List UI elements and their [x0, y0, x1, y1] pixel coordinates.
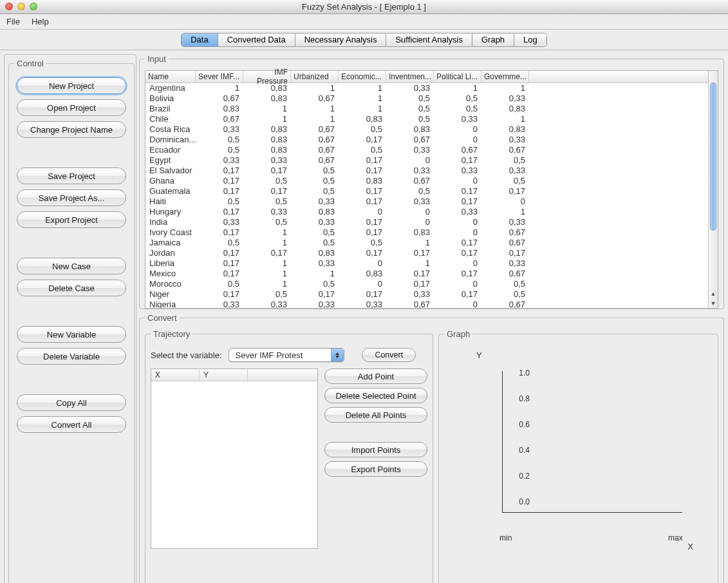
row-value: 0,5	[386, 186, 434, 196]
row-value: 0,67	[386, 300, 434, 308]
table-row[interactable]: Bolivia0,670,830,6710,50,50,33	[145, 93, 718, 104]
points-table[interactable]: X Y	[151, 368, 318, 549]
column-header[interactable]: IMF Pressure	[243, 71, 291, 82]
column-header[interactable]: Political Li...	[434, 71, 481, 82]
row-value: 0,17	[196, 176, 243, 186]
row-value: 0,5	[386, 93, 434, 104]
tab-log[interactable]: Log	[514, 33, 546, 46]
row-value: 0,33	[481, 217, 529, 227]
table-row[interactable]: El Salvador0,170,170,50,170,330,330,33	[145, 166, 718, 176]
table-row[interactable]: Ghana0,170,50,50,830,6700,5	[145, 176, 718, 186]
row-value: 0,5	[243, 176, 291, 186]
table-row[interactable]: Niger0,170,50,170,170,330,170,5	[145, 289, 718, 300]
new-case-button[interactable]: New Case	[17, 258, 126, 274]
delete-all-points-button[interactable]: Delete All Points	[324, 407, 427, 423]
row-value: 0,83	[386, 124, 434, 135]
column-header[interactable]: Urbanized	[291, 71, 339, 82]
table-row[interactable]: Haiti0,50,50,330,170,330,170	[145, 196, 718, 207]
control-panel: Control New Project Open Project Change …	[4, 54, 136, 583]
row-value: 0,17	[434, 186, 481, 196]
tab-converted-data[interactable]: Converted Data	[218, 33, 295, 46]
row-value: 0,33	[291, 217, 339, 227]
row-name: Hungary	[145, 207, 196, 217]
row-value: 0,83	[196, 104, 243, 114]
add-point-button[interactable]: Add Point	[324, 368, 427, 384]
row-value: 0,5	[243, 217, 291, 227]
row-value: 0,5	[291, 166, 339, 176]
delete-case-button[interactable]: Delete Case	[17, 280, 126, 296]
menu-file[interactable]: File	[6, 17, 20, 26]
row-value: 0,83	[339, 176, 386, 186]
right-panels: Input NameSever IMF...IMF PressureUrbani…	[139, 54, 724, 583]
graph-axes	[502, 371, 682, 513]
table-row[interactable]: Liberia0,1710,330100,33	[145, 258, 718, 269]
row-value: 0,17	[386, 269, 434, 279]
row-value: 0,67	[291, 135, 339, 145]
import-points-button[interactable]: Import Points	[324, 442, 427, 457]
tab-graph[interactable]: Graph	[472, 33, 514, 46]
tab-data[interactable]: Data	[182, 33, 218, 46]
table-row[interactable]: Ecuador0,50,830,670,50,330,670,67	[145, 145, 718, 155]
row-value: 1	[481, 83, 529, 93]
input-scrollbar[interactable]: ▲ ▼	[708, 71, 718, 308]
save-project-as-button[interactable]: Save Project As...	[17, 189, 126, 206]
new-variable-button[interactable]: New Variable	[17, 326, 126, 343]
table-row[interactable]: Brazil0,831110,50,50,83	[145, 104, 718, 114]
table-row[interactable]: Costa Rica0,330,830,670,50,8300,83	[145, 124, 718, 135]
menubar: File Help	[0, 14, 728, 30]
row-name: Nigeria	[145, 300, 196, 308]
column-header[interactable]: Name	[145, 71, 196, 82]
column-header[interactable]: Economic...	[339, 71, 386, 82]
row-value: 0,33	[386, 289, 434, 300]
scrollbar-thumb[interactable]	[710, 82, 716, 231]
column-header[interactable]: Governme...	[481, 71, 529, 82]
table-row[interactable]: Ivory Coast0,1710,50,170,8300,67	[145, 227, 718, 238]
row-value: 0,83	[339, 269, 386, 279]
open-project-button[interactable]: Open Project	[17, 99, 126, 116]
convert-button[interactable]: Convert	[362, 348, 416, 362]
row-value: 0	[339, 207, 386, 217]
convert-all-button[interactable]: Convert All	[17, 416, 126, 433]
variable-select[interactable]: Sever IMF Protest	[229, 348, 344, 362]
convert-group: Convert Trajectory Select the variable: …	[139, 313, 724, 583]
new-project-button[interactable]: New Project	[17, 77, 126, 94]
tab-necessary-analysis[interactable]: Necessary Analysis	[295, 33, 387, 46]
row-value: 0,83	[291, 207, 339, 217]
scroll-down-icon[interactable]: ▼	[709, 298, 718, 308]
row-value: 0	[434, 258, 481, 269]
delete-variable-button[interactable]: Delete Variable	[17, 348, 126, 365]
export-project-button[interactable]: Export Project	[17, 211, 126, 228]
table-row[interactable]: Egypt0,330,330,670,1700,170,5	[145, 155, 718, 166]
table-row[interactable]: Mexico0,17110,830,170,170,67	[145, 269, 718, 279]
row-name: Jordan	[145, 248, 196, 258]
table-row[interactable]: India0,330,50,330,17000,33	[145, 217, 718, 227]
table-row[interactable]: Nigeria0,330,330,330,330,6700,67	[145, 300, 718, 308]
column-header[interactable]: Sever IMF...	[196, 71, 243, 82]
table-row[interactable]: Jamaica0,510,50,510,170,67	[145, 238, 718, 248]
table-row[interactable]: Hungary0,170,330,83000,331	[145, 207, 718, 217]
row-value: 0,5	[291, 279, 339, 289]
input-table-header: NameSever IMF...IMF PressureUrbanizedEco…	[145, 71, 718, 83]
table-row[interactable]: Dominican...0,50,830,670,170,6700,33	[145, 135, 718, 145]
column-header[interactable]: Inventmen...	[386, 71, 434, 82]
tab-sufficient-analysis[interactable]: Sufficient Analysis	[386, 33, 472, 46]
table-row[interactable]: Guatemala0,170,170,50,170,50,170,17	[145, 186, 718, 196]
row-value: 0,67	[481, 269, 529, 279]
menu-help[interactable]: Help	[32, 17, 49, 26]
close-icon[interactable]	[5, 3, 13, 10]
save-project-button[interactable]: Save Project	[17, 167, 126, 184]
minimize-icon[interactable]	[17, 3, 25, 10]
zoom-icon[interactable]	[30, 3, 37, 10]
change-project-name-button[interactable]: Change Project Name	[17, 121, 126, 138]
input-table[interactable]: NameSever IMF...IMF PressureUrbanizedEco…	[145, 70, 718, 309]
scroll-up-icon[interactable]: ▲	[709, 289, 718, 298]
delete-selected-point-button[interactable]: Delete Selected Point	[324, 388, 427, 403]
row-value: 0,33	[386, 196, 434, 207]
table-row[interactable]: Jordan0,170,170,830,170,170,170,17	[145, 248, 718, 258]
table-row[interactable]: Morocco0,510,500,1700,5	[145, 279, 718, 289]
row-value: 1	[481, 207, 529, 217]
table-row[interactable]: Chile0,67110,830,50,331	[145, 114, 718, 124]
table-row[interactable]: Argentina10,83110,3311	[145, 83, 718, 93]
copy-all-button[interactable]: Copy All	[17, 394, 126, 411]
export-points-button[interactable]: Export Points	[324, 461, 427, 477]
